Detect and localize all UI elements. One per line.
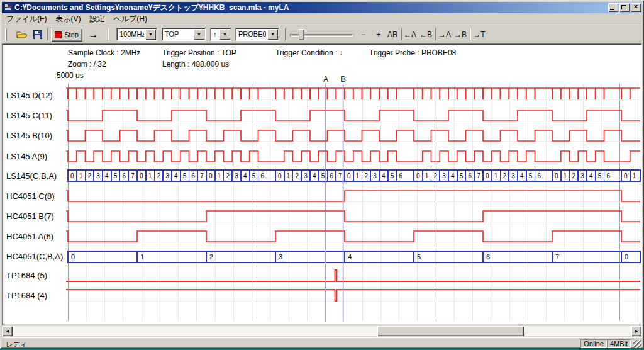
minimize-button[interactable] <box>608 3 618 12</box>
toolbar-separator <box>470 28 471 41</box>
zoom-info: Zoom : / 32 <box>68 60 106 69</box>
trigger-probe-info: Trigger Probe : PROBE08 <box>369 48 456 57</box>
toolbar: Stop → 100MHz ▼ TOP ▼ ↑ ▼ PROBE00 ▼ − + … <box>2 25 642 43</box>
channel-label-ls145-c: LS145 C(11) <box>6 111 52 120</box>
toolbar-separator <box>108 28 109 41</box>
toolbar-gripper <box>5 28 7 41</box>
minimize-icon <box>610 9 614 10</box>
status-ready-text: レディ <box>6 340 27 349</box>
channel-label-ls145-a: LS145 A(9) <box>6 152 47 161</box>
run-button[interactable]: → <box>85 28 101 42</box>
menu-view[interactable]: 表示(V) <box>51 13 85 25</box>
move-b-button[interactable]: →B <box>453 28 467 42</box>
toolbar-separator <box>401 28 402 41</box>
channel-label-ls145-b: LS145 B(10) <box>6 131 52 140</box>
status-bar: レディ Online 4MBit <box>2 337 642 348</box>
maximize-button[interactable] <box>619 3 630 12</box>
save-button[interactable] <box>30 28 45 42</box>
trigger-probe-value: PROBE00 <box>235 28 266 41</box>
channel-label-hc4051-c: HC4051 C(8) <box>6 191 55 201</box>
length-info: Length : 488.000 us <box>162 60 229 69</box>
chevron-down-icon[interactable]: ▼ <box>194 29 204 40</box>
channel-label-tp1684-4: TP1684 (4) <box>6 291 47 300</box>
zoom-out-button[interactable]: − <box>358 28 369 42</box>
scrollbar-thumb[interactable] <box>377 326 524 336</box>
toolbar-separator <box>47 28 48 41</box>
maximize-icon <box>621 5 626 9</box>
status-memory-badge: 4MBit <box>607 339 631 348</box>
title-bar: C:¥Documents and Settings¥noname¥デスクトップ¥… <box>2 2 642 13</box>
scroll-right-icon: ► <box>634 329 639 334</box>
goto-trigger-button[interactable]: →T <box>472 28 486 42</box>
cursor-b-label[interactable]: B <box>339 75 348 84</box>
stop-label: Stop <box>64 31 79 38</box>
channel-label-hc4051-b: HC4051 B(7) <box>6 212 54 221</box>
trigger-position-info: Trigger Position : TOP <box>162 48 236 57</box>
run-arrow-icon: → <box>88 29 98 40</box>
chevron-down-icon[interactable]: ▼ <box>219 29 230 40</box>
menu-file[interactable]: ファイル(F) <box>2 13 51 25</box>
channel-label-hc4051-bus: HC4051(C,B,A) <box>6 252 63 261</box>
menu-help[interactable]: ヘルプ(H) <box>109 13 152 25</box>
channel-label-tp1684-5: TP1684 (5) <box>6 271 47 280</box>
goto-b-button[interactable]: ←B <box>419 28 433 42</box>
waveform-panel <box>2 43 642 325</box>
resize-grip[interactable] <box>633 340 641 348</box>
cursor-a-label[interactable]: A <box>321 75 330 84</box>
zoom-slider-thumb[interactable] <box>299 29 304 40</box>
menu-bar: ファイル(F) 表示(V) 設定 ヘルプ(H) <box>2 13 642 25</box>
chevron-down-icon[interactable]: ▼ <box>267 29 278 40</box>
horizontal-scrollbar[interactable]: ◄ ► <box>2 326 642 336</box>
status-online-badge: Online <box>580 339 607 348</box>
stop-button[interactable]: Stop <box>51 28 82 42</box>
toolbar-separator <box>435 28 436 41</box>
goto-a-button[interactable]: ←A <box>403 28 417 42</box>
trigger-edge-value: ↑ <box>210 28 218 41</box>
sample-clock-value: 100MHz <box>116 28 144 41</box>
time-scale-label: 5000 us <box>57 71 84 80</box>
sample-clock-info: Sample Clock : 2MHz <box>68 48 140 57</box>
app-icon <box>4 3 13 12</box>
open-button[interactable] <box>14 28 30 42</box>
ab-button[interactable]: AB <box>386 28 399 42</box>
close-button[interactable]: × <box>631 3 641 12</box>
chevron-down-icon[interactable]: ▼ <box>145 29 156 40</box>
close-icon: × <box>631 3 641 10</box>
trigger-position-value: TOP <box>162 28 192 41</box>
zoom-in-button[interactable]: + <box>373 28 384 42</box>
menu-settings[interactable]: 設定 <box>85 13 109 25</box>
scroll-left-button[interactable]: ◄ <box>3 326 13 336</box>
channel-label-hc4051-a: HC4051 A(6) <box>6 232 53 241</box>
sample-clock-combo[interactable]: 100MHz ▼ <box>116 28 157 41</box>
channel-label-ls145-bus: LS145(C,B,A) <box>6 171 57 181</box>
app-window: C:¥Documents and Settings¥noname¥デスクトップ¥… <box>0 0 644 349</box>
open-folder-icon <box>16 30 28 39</box>
trigger-condition-info: Trigger Condition : ↓ <box>275 48 343 57</box>
scroll-left-icon: ◄ <box>5 329 10 334</box>
floppy-disk-icon <box>33 30 42 39</box>
scroll-right-button[interactable]: ► <box>631 326 641 336</box>
stop-icon <box>55 31 62 38</box>
move-a-button[interactable]: →A <box>438 28 452 42</box>
channel-label-ls145-d: LS145 D(12) <box>6 91 53 100</box>
trigger-edge-combo[interactable]: ↑ ▼ <box>210 28 231 41</box>
trigger-probe-combo[interactable]: PROBE00 ▼ <box>235 28 279 41</box>
toolbar-separator <box>285 28 286 41</box>
trigger-position-combo[interactable]: TOP ▼ <box>162 28 206 41</box>
window-title: C:¥Documents and Settings¥noname¥デスクトップ¥… <box>14 3 606 13</box>
